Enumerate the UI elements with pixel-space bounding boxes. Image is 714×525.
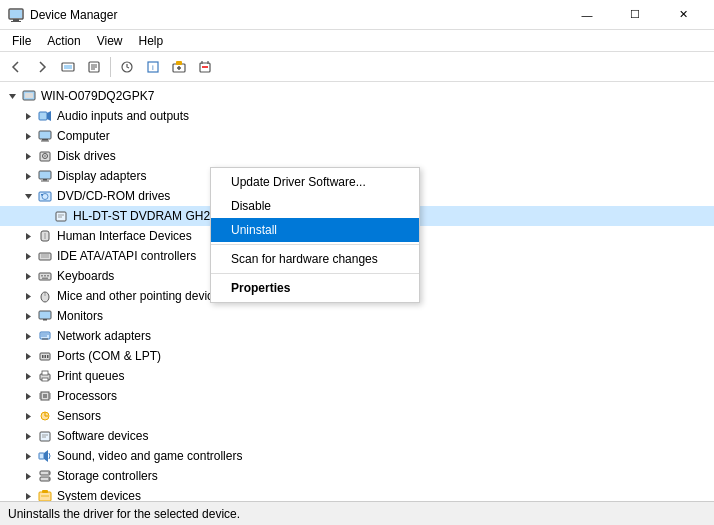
tree-label-ide: IDE ATA/ATAPI controllers bbox=[57, 249, 196, 263]
tree-label-root: WIN-O079DQ2GPK7 bbox=[41, 89, 154, 103]
svg-point-102 bbox=[48, 472, 50, 474]
tree-item-disk[interactable]: Disk drives bbox=[0, 146, 714, 166]
svg-rect-3 bbox=[10, 10, 22, 18]
menu-help[interactable]: Help bbox=[131, 32, 172, 50]
svg-rect-28 bbox=[39, 131, 51, 139]
context-menu-item-update[interactable]: Update Driver Software... bbox=[211, 170, 419, 194]
svg-marker-75 bbox=[26, 373, 31, 380]
tree-toggle-disk[interactable] bbox=[20, 148, 36, 164]
tree-item-sensors[interactable]: Sensors bbox=[0, 406, 714, 426]
tree-item-print[interactable]: Print queues bbox=[0, 366, 714, 386]
svg-rect-36 bbox=[39, 171, 51, 179]
tree-toggle-software[interactable] bbox=[20, 428, 36, 444]
tree-toggle-network[interactable] bbox=[20, 328, 36, 344]
tree-label-hid: Human Interface Devices bbox=[57, 229, 192, 243]
tree-label-system: System devices bbox=[57, 489, 141, 501]
svg-rect-106 bbox=[42, 490, 48, 493]
tree-toggle-monitors[interactable] bbox=[20, 308, 36, 324]
svg-marker-104 bbox=[26, 493, 31, 500]
tree-item-software[interactable]: Software devices bbox=[0, 426, 714, 446]
svg-marker-88 bbox=[26, 413, 31, 420]
toolbar-up[interactable] bbox=[56, 55, 80, 79]
toolbar-properties[interactable] bbox=[82, 55, 106, 79]
svg-rect-73 bbox=[45, 355, 47, 358]
menu-bar: File Action View Help bbox=[0, 30, 714, 52]
tree-toggle-display[interactable] bbox=[20, 168, 36, 184]
svg-rect-14 bbox=[176, 61, 182, 65]
svg-marker-59 bbox=[26, 293, 31, 300]
svg-marker-92 bbox=[26, 433, 31, 440]
svg-marker-39 bbox=[25, 194, 32, 199]
toolbar-add[interactable] bbox=[167, 55, 191, 79]
tree-item-system[interactable]: System devices bbox=[0, 486, 714, 501]
tree-label-ports: Ports (COM & LPT) bbox=[57, 349, 161, 363]
tree-toggle-mice[interactable] bbox=[20, 288, 36, 304]
tree-toggle-ports[interactable] bbox=[20, 348, 36, 364]
tree-item-ports[interactable]: Ports (COM & LPT) bbox=[0, 346, 714, 366]
toolbar-forward[interactable] bbox=[30, 55, 54, 79]
tree-item-storage[interactable]: Storage controllers bbox=[0, 466, 714, 486]
svg-rect-38 bbox=[41, 181, 49, 182]
tree-toggle-computer[interactable] bbox=[20, 128, 36, 144]
tree-label-monitors: Monitors bbox=[57, 309, 103, 323]
tree-toggle-hid[interactable] bbox=[20, 228, 36, 244]
svg-point-34 bbox=[44, 155, 46, 157]
minimize-button[interactable]: — bbox=[564, 0, 610, 30]
tree-item-audio[interactable]: Audio inputs and outputs bbox=[0, 106, 714, 126]
tree-icon-network bbox=[36, 328, 54, 344]
toolbar-update[interactable]: i bbox=[141, 55, 165, 79]
svg-rect-57 bbox=[47, 275, 49, 277]
svg-rect-43 bbox=[56, 212, 66, 221]
svg-marker-35 bbox=[26, 173, 31, 180]
tree-item-sound[interactable]: Sound, video and game controllers bbox=[0, 446, 714, 466]
tree-item-monitors[interactable]: Monitors bbox=[0, 306, 714, 326]
svg-rect-74 bbox=[47, 355, 49, 358]
tree-label-mice: Mice and other pointing devices bbox=[57, 289, 226, 303]
context-menu-item-disable[interactable]: Disable bbox=[211, 194, 419, 218]
tree-toggle-audio[interactable] bbox=[20, 108, 36, 124]
svg-marker-27 bbox=[26, 133, 31, 140]
tree-toggle-processors[interactable] bbox=[20, 388, 36, 404]
tree-toggle-system[interactable] bbox=[20, 488, 36, 501]
svg-marker-62 bbox=[26, 313, 31, 320]
tree-icon-hid bbox=[36, 228, 54, 244]
tree-toggle-keyboard[interactable] bbox=[20, 268, 36, 284]
tree-toggle-root[interactable] bbox=[4, 88, 20, 104]
tree-toggle-storage[interactable] bbox=[20, 468, 36, 484]
context-menu-item-scan[interactable]: Scan for hardware changes bbox=[211, 247, 419, 271]
menu-view[interactable]: View bbox=[89, 32, 131, 50]
toolbar-scan[interactable] bbox=[115, 55, 139, 79]
svg-rect-25 bbox=[39, 112, 47, 120]
context-menu-separator-sep2 bbox=[211, 273, 419, 274]
menu-file[interactable]: File bbox=[4, 32, 39, 50]
tree-toggle-dvd[interactable] bbox=[20, 188, 36, 204]
title-bar-text: Device Manager bbox=[30, 8, 564, 22]
status-text: Uninstalls the driver for the selected d… bbox=[8, 507, 240, 521]
menu-action[interactable]: Action bbox=[39, 32, 88, 50]
context-menu-item-properties[interactable]: Properties bbox=[211, 276, 419, 300]
tree-icon-audio bbox=[36, 108, 54, 124]
tree-icon-dvd bbox=[36, 188, 54, 204]
svg-rect-58 bbox=[42, 278, 48, 280]
tree-toggle-ide[interactable] bbox=[20, 248, 36, 264]
toolbar: i bbox=[0, 52, 714, 82]
svg-rect-50 bbox=[39, 253, 51, 260]
svg-rect-66 bbox=[40, 332, 50, 339]
toolbar-back[interactable] bbox=[4, 55, 28, 79]
close-button[interactable]: ✕ bbox=[660, 0, 706, 30]
tree-label-processors: Processors bbox=[57, 389, 117, 403]
tree-item-processors[interactable]: Processors bbox=[0, 386, 714, 406]
svg-rect-93 bbox=[40, 432, 50, 441]
tree-icon-keyboard bbox=[36, 268, 54, 284]
maximize-button[interactable]: ☐ bbox=[612, 0, 658, 30]
title-bar: Device Manager — ☐ ✕ bbox=[0, 0, 714, 30]
toolbar-remove[interactable] bbox=[193, 55, 217, 79]
context-menu-item-uninstall[interactable]: Uninstall bbox=[211, 218, 419, 242]
tree-toggle-sensors[interactable] bbox=[20, 408, 36, 424]
tree-toggle-sound[interactable] bbox=[20, 448, 36, 464]
tree-item-network[interactable]: Network adapters bbox=[0, 326, 714, 346]
tree-item-computer[interactable]: Computer bbox=[0, 126, 714, 146]
tree-item-root[interactable]: WIN-O079DQ2GPK7 bbox=[0, 86, 714, 106]
tree-toggle-print[interactable] bbox=[20, 368, 36, 384]
tree-label-disk: Disk drives bbox=[57, 149, 116, 163]
